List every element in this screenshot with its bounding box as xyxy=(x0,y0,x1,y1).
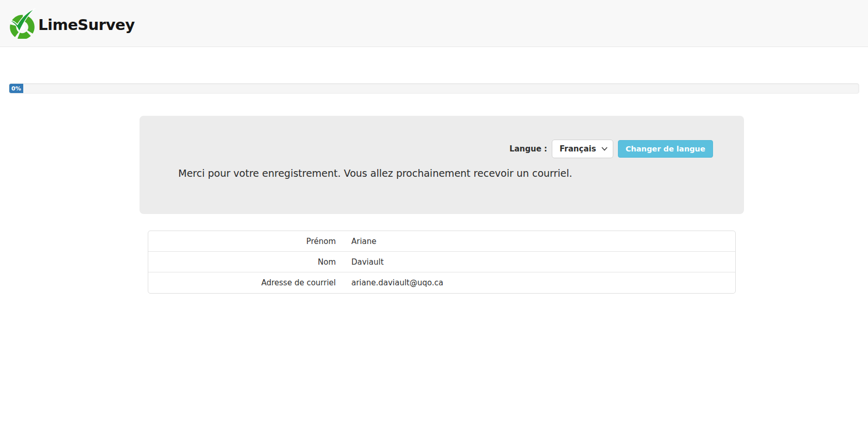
logo-text: LimeSurvey xyxy=(38,18,135,33)
registration-panel: Langue : Français Changer de langue Merc… xyxy=(140,116,744,214)
survey-progress-bar: 0% xyxy=(9,83,859,94)
row-value: Ariane xyxy=(344,237,377,246)
main-container: Langue : Français Changer de langue Merc… xyxy=(140,116,744,294)
limesurvey-lime-checkmark-icon xyxy=(8,8,37,39)
header: LimeSurvey xyxy=(0,0,868,47)
change-language-button[interactable]: Changer de langue xyxy=(618,140,713,158)
row-label: Nom xyxy=(148,257,344,267)
row-label: Adresse de courriel xyxy=(148,278,344,287)
table-row: Prénom Ariane xyxy=(148,231,735,252)
chevron-down-icon xyxy=(601,147,608,151)
row-label: Prénom xyxy=(148,237,344,246)
registration-details-table: Prénom Ariane Nom Daviault Adresse de co… xyxy=(148,231,736,294)
table-row: Adresse de courriel ariane.daviault@uqo.… xyxy=(148,272,735,293)
language-select[interactable]: Français xyxy=(552,140,613,158)
table-row: Nom Daviault xyxy=(148,252,735,272)
limesurvey-logo: LimeSurvey xyxy=(8,8,135,39)
language-row: Langue : Français Changer de langue xyxy=(178,140,713,158)
row-value: Daviault xyxy=(344,257,384,267)
registration-confirmation-message: Merci pour votre enregistrement. Vous al… xyxy=(178,167,713,180)
progress-percent-badge: 0% xyxy=(9,84,23,93)
row-value: ariane.daviault@uqo.ca xyxy=(344,278,443,287)
progress-row: 0% xyxy=(9,83,859,94)
language-label: Langue : xyxy=(509,144,547,154)
language-selected-value: Français xyxy=(560,144,596,154)
